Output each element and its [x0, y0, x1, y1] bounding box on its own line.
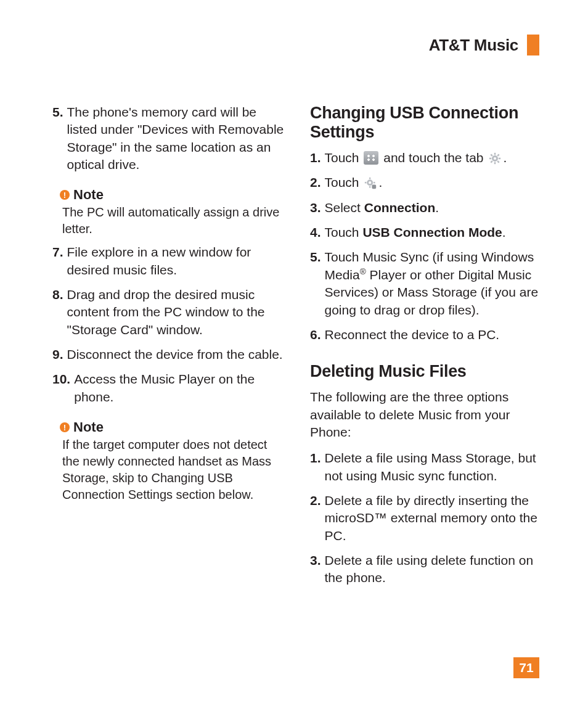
page-number: 71: [513, 657, 539, 678]
step-number: 7.: [52, 244, 63, 261]
note-label: Note: [73, 188, 104, 202]
step-text: The phone's memory card will be listed u…: [67, 104, 287, 173]
step-text: Access the Music Player on the phone.: [74, 371, 287, 406]
left-column: 5. The phone's memory card will be liste…: [52, 104, 287, 594]
heading-changing-usb: Changing USB Connection Settings: [310, 104, 539, 142]
usb-step-6: 6. Reconnect the device to a PC.: [310, 326, 539, 343]
step-number: 9.: [52, 346, 63, 363]
gear-plus-icon: [364, 177, 377, 189]
svg-point-11: [369, 182, 371, 184]
step-text: Touch Music Sync (if using Windows Media…: [325, 248, 539, 318]
step-number: 8.: [52, 286, 63, 303]
text: .: [435, 200, 439, 215]
content-columns: 5. The phone's memory card will be liste…: [52, 104, 539, 594]
step-text: Drag and drop the desired music content …: [67, 286, 287, 339]
step-number: 6.: [310, 326, 321, 343]
registered-mark: ®: [360, 267, 366, 276]
page-header: AT&T Music: [52, 37, 539, 55]
text: Touch: [325, 175, 363, 189]
usb-step-5: 5. Touch Music Sync (if using Windows Me…: [310, 248, 539, 318]
step-text: Touch USB Connection Mode.: [325, 224, 539, 241]
step-7: 7. File explore in a new window for desi…: [52, 244, 287, 279]
step-number: 2.: [310, 174, 321, 191]
step-number: 3.: [310, 199, 321, 216]
step-text: Touch .: [325, 174, 539, 191]
step-8: 8. Drag and drop the desired music conte…: [52, 286, 287, 339]
step-9: 9. Disconnect the device from the cable.: [52, 346, 287, 363]
step-number: 10.: [52, 371, 70, 388]
note-heading: ! Note: [60, 421, 287, 434]
delete-options: 1. Delete a file using Mass Storage, but…: [310, 449, 539, 586]
delete-option-1: 1. Delete a file using Mass Storage, but…: [310, 449, 539, 485]
gear-icon: [488, 152, 502, 165]
right-column: Changing USB Connection Settings 1. Touc…: [310, 104, 539, 594]
step-number: 2.: [310, 492, 321, 509]
note-body: The PC will automatically assign a drive…: [62, 204, 287, 237]
text: Select: [325, 200, 364, 215]
step-text: Touch and touch the tab .: [325, 149, 539, 166]
steps-7to10: 7. File explore in a new window for desi…: [52, 244, 287, 406]
usb-step-3: 3. Select Connection.: [310, 199, 539, 216]
step-text: File explore in a new window for desired…: [67, 244, 287, 279]
delete-option-3: 3. Delete a file using delete function o…: [310, 552, 539, 587]
text: Touch: [325, 150, 363, 165]
svg-line-7: [498, 161, 500, 163]
text: .: [503, 150, 507, 165]
step-number: 1.: [310, 449, 321, 467]
text: .: [378, 175, 382, 189]
bold-text: USB Connection Mode: [362, 225, 502, 239]
text: Touch: [325, 225, 363, 239]
menu-icon: [364, 151, 378, 165]
heading-deleting-music: Deleting Music Files: [310, 362, 539, 381]
step-number: 4.: [310, 224, 321, 241]
text: .: [502, 225, 506, 239]
step-text: Delete a file by directly inserting the …: [325, 492, 539, 544]
svg-rect-16: [372, 185, 377, 189]
usb-step-4: 4. Touch USB Connection Mode.: [310, 224, 539, 241]
step-number: 3.: [310, 552, 321, 569]
note-body: If the target computer does not detect t…: [62, 437, 287, 503]
steps-continued: 5. The phone's memory card will be liste…: [52, 104, 287, 173]
step-10: 10. Access the Music Player on the phone…: [52, 371, 287, 406]
delete-option-2: 2. Delete a file by directly inserting t…: [310, 492, 539, 544]
usb-steps: 1. Touch and touch the tab . 2. Touch: [310, 149, 539, 343]
note-icon: !: [60, 190, 70, 200]
bold-text: Connection: [364, 200, 436, 215]
step-text: Reconnect the device to a PC.: [325, 326, 539, 343]
note-heading: ! Note: [60, 188, 287, 202]
svg-line-6: [491, 154, 493, 156]
manual-page: AT&T Music 5. The phone's memory card wi…: [52, 37, 539, 678]
intro-text: The following are the three options avai…: [310, 388, 539, 441]
svg-point-1: [494, 157, 496, 160]
step-text: Delete a file using Mass Storage, but no…: [325, 449, 539, 485]
step-number: 5.: [52, 104, 63, 121]
step-number: 5.: [310, 248, 321, 266]
step-text: Select Connection.: [325, 199, 539, 216]
text: and touch the tab: [383, 150, 487, 165]
header-accent-bar: [527, 35, 539, 55]
note-icon: !: [60, 422, 70, 432]
note-label: Note: [73, 421, 104, 434]
step-5: 5. The phone's memory card will be liste…: [52, 104, 287, 173]
usb-step-1: 1. Touch and touch the tab .: [310, 149, 539, 166]
section-title: AT&T Music: [429, 37, 518, 53]
step-number: 1.: [310, 149, 321, 166]
step-text: Disconnect the device from the cable.: [67, 346, 287, 363]
usb-step-2: 2. Touch .: [310, 174, 539, 191]
step-text: Delete a file using delete function on t…: [325, 552, 539, 587]
svg-line-9: [498, 154, 500, 156]
svg-line-8: [491, 161, 493, 163]
